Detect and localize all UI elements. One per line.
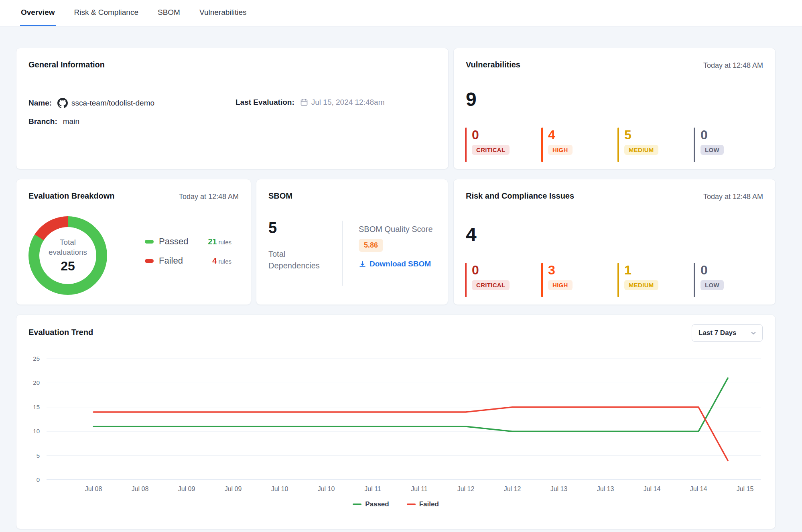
repo-name-value: ssca-team/todolist-demo — [71, 99, 154, 108]
x-axis-tick-label: Jul 12 — [457, 485, 475, 492]
donut-center-label: Total evaluations — [44, 238, 91, 257]
sbom-quality-score-label: SBOM Quality Score — [359, 225, 433, 234]
legend-item-failed: Failed — [407, 500, 439, 508]
vulnerabilities-total: 9 — [466, 88, 477, 110]
evaluation-trend-card: Evaluation Trend Last 7 Days 0510152025J… — [16, 315, 776, 529]
vuln-low-count: 0 — [700, 128, 770, 142]
y-axis-tick-label: 25 — [33, 355, 40, 362]
vuln-critical-count: 0 — [472, 128, 541, 142]
risk-compliance-timestamp: Today at 12:48 AM — [703, 193, 763, 201]
general-information-title: General Information — [28, 60, 105, 69]
x-axis-tick-label: Jul 14 — [644, 485, 661, 492]
tab-overview[interactable]: Overview — [20, 0, 56, 26]
legend-item-passed: Passed — [353, 500, 389, 508]
vulnerabilities-title: Vulnerabilities — [466, 60, 520, 69]
passed-pill-icon — [145, 240, 154, 244]
vulnerabilities-card: Vulnerabilities Today at 12:48 AM 9 0 CR… — [453, 48, 776, 169]
name-label: Name: — [28, 99, 52, 108]
x-axis-tick-label: Jul 10 — [271, 485, 288, 492]
last-evaluation-label: Last Evaluation: — [236, 98, 294, 107]
risk-compliance-total: 4 — [466, 223, 477, 246]
sbom-card: SBOM 5 Total Dependencies SBOM Quality S… — [256, 179, 448, 305]
failed-label: Failed — [159, 256, 183, 266]
passed-value: 21 — [208, 237, 217, 246]
evaluation-trend-title: Evaluation Trend — [28, 328, 93, 337]
download-sbom-label: Download SBOM — [370, 260, 431, 268]
donut-center-total: 25 — [61, 259, 75, 274]
vuln-severity-critical: 0 CRITICAL — [465, 128, 541, 162]
sbom-divider — [342, 221, 343, 286]
evaluation-breakdown-timestamp: Today at 12:48 AM — [179, 193, 239, 201]
trend-line-passed — [93, 378, 728, 431]
general-information-card: General Information Name: ssca-team/todo… — [16, 48, 449, 169]
x-axis-tick-label: Jul 09 — [225, 485, 242, 492]
trend-line-failed — [93, 407, 728, 461]
evaluation-trend-chart: 0510152025Jul 08Jul 08Jul 09Jul 09Jul 10… — [16, 353, 776, 510]
legend-label: Failed — [419, 500, 439, 508]
x-axis-tick-label: Jul 14 — [690, 485, 707, 492]
vuln-high-badge: HIGH — [548, 145, 573, 155]
evaluation-breakdown-card: Evaluation Breakdown Today at 12:48 AM T… — [16, 179, 251, 305]
x-axis-tick-label: Jul 15 — [737, 485, 754, 492]
x-axis-tick-label: Jul 13 — [550, 485, 568, 492]
branch-label: Branch: — [28, 117, 57, 126]
tab-risk-compliance-label: Risk & Compliance — [74, 8, 139, 17]
tab-sbom-label: SBOM — [158, 8, 180, 17]
y-axis-tick-label: 15 — [33, 404, 40, 410]
passed-unit: rules — [218, 239, 231, 246]
y-axis-tick-label: 5 — [37, 452, 40, 459]
risk-critical-badge: CRITICAL — [472, 280, 510, 290]
vuln-severity-medium: 5 MEDIUM — [617, 128, 694, 162]
vulnerabilities-timestamp: Today at 12:48 AM — [703, 61, 763, 70]
x-axis-tick-label: Jul 09 — [178, 485, 195, 492]
tab-vulnerabilities-label: Vulnerabilities — [199, 8, 247, 17]
tab-bar: Overview Risk & Compliance SBOM Vulnerab… — [0, 0, 802, 26]
risk-critical-count: 0 — [472, 264, 541, 277]
risk-high-count: 3 — [548, 264, 617, 277]
risk-low-badge: LOW — [700, 280, 724, 290]
sbom-total-dependencies: 5 — [268, 219, 277, 237]
risk-severity-high: 3 HIGH — [541, 263, 617, 297]
download-sbom-link[interactable]: Download SBOM — [359, 260, 431, 268]
donut-center: Total evaluations 25 — [39, 227, 96, 284]
risk-compliance-title: Risk and Compliance Issues — [466, 191, 574, 201]
vuln-high-count: 4 — [548, 128, 617, 142]
vuln-critical-badge: CRITICAL — [472, 145, 510, 155]
risk-high-badge: HIGH — [548, 280, 573, 290]
risk-low-count: 0 — [700, 264, 770, 277]
x-axis-tick-label: Jul 08 — [85, 485, 102, 492]
legend-dash-icon — [407, 504, 416, 505]
x-axis-tick-label: Jul 10 — [318, 485, 335, 492]
vuln-low-badge: LOW — [700, 145, 724, 155]
branch-row: Branch: main — [28, 117, 79, 126]
breakdown-legend-failed: Failed 4rules — [145, 256, 231, 266]
y-axis-tick-label: 0 — [37, 476, 40, 483]
tab-risk-compliance[interactable]: Risk & Compliance — [73, 0, 140, 26]
tab-sbom[interactable]: SBOM — [157, 0, 181, 26]
time-range-select[interactable]: Last 7 Days — [692, 324, 763, 342]
failed-pill-icon — [145, 259, 154, 263]
x-axis-tick-label: Jul 13 — [597, 485, 614, 492]
passed-label: Passed — [159, 236, 188, 247]
last-evaluation-value: Jul 15, 2024 12:48am — [311, 98, 385, 107]
vuln-severity-high: 4 HIGH — [541, 128, 617, 162]
tab-vulnerabilities[interactable]: Vulnerabilities — [199, 0, 248, 26]
risk-severity-row: 0 CRITICAL 3 HIGH 1 MEDIUM 0 LOW — [465, 263, 770, 297]
failed-value: 4 — [212, 256, 217, 265]
risk-compliance-card: Risk and Compliance Issues Today at 12:4… — [453, 179, 776, 305]
legend-label: Passed — [365, 500, 389, 508]
risk-medium-count: 1 — [624, 264, 694, 277]
sbom-quality-score-badge: 5.86 — [359, 239, 383, 252]
evaluations-donut-chart: Total evaluations 25 — [28, 216, 107, 295]
tab-overview-label: Overview — [21, 8, 55, 17]
evaluation-breakdown-title: Evaluation Breakdown — [28, 191, 115, 201]
repo-name-row: Name: ssca-team/todolist-demo — [28, 98, 154, 108]
risk-severity-critical: 0 CRITICAL — [465, 263, 541, 297]
risk-severity-low: 0 LOW — [694, 263, 770, 297]
breakdown-legend: Passed 21rules Failed 4rules — [145, 236, 231, 266]
trend-chart-legend: PassedFailed — [16, 500, 775, 508]
breakdown-legend-passed: Passed 21rules — [145, 236, 231, 247]
x-axis-tick-label: Jul 12 — [504, 485, 521, 492]
y-axis-tick-label: 20 — [33, 379, 40, 386]
sbom-total-label: Total Dependencies — [268, 248, 329, 272]
